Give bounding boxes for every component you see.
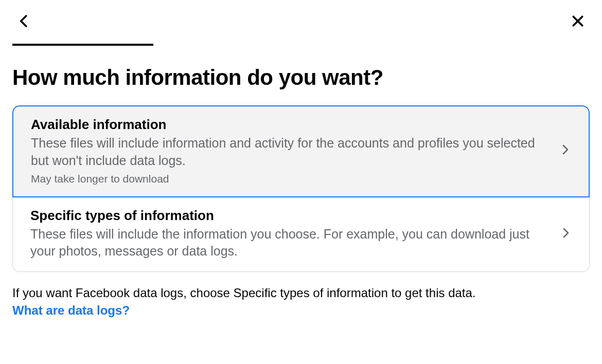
progress-bar (12, 44, 153, 46)
option-title: Available information (31, 117, 548, 133)
chevron-right-icon (559, 143, 571, 158)
option-content: Specific types of information These file… (30, 208, 559, 261)
option-note: May take longer to download (31, 173, 548, 185)
close-icon (570, 13, 586, 30)
option-description: These files will include information and… (31, 135, 548, 170)
back-button[interactable] (12, 9, 36, 34)
close-button[interactable] (566, 9, 590, 34)
footer-description: If you want Facebook data logs, choose S… (12, 286, 476, 300)
data-logs-link[interactable]: What are data logs? (12, 302, 130, 319)
option-available-information[interactable]: Available information These files will i… (12, 105, 590, 197)
option-title: Specific types of information (30, 208, 549, 224)
options-list: Available information These files will i… (12, 105, 590, 272)
chevron-left-icon (16, 13, 32, 30)
progress-indicator (12, 44, 590, 46)
option-specific-types[interactable]: Specific types of information These file… (12, 197, 590, 272)
option-content: Available information These files will i… (31, 117, 559, 185)
footer-text: If you want Facebook data logs, choose S… (12, 284, 590, 319)
header (0, 0, 602, 34)
page-title: How much information do you want? (12, 65, 590, 90)
option-description: These files will include the information… (30, 226, 549, 261)
chevron-right-icon (559, 227, 572, 241)
